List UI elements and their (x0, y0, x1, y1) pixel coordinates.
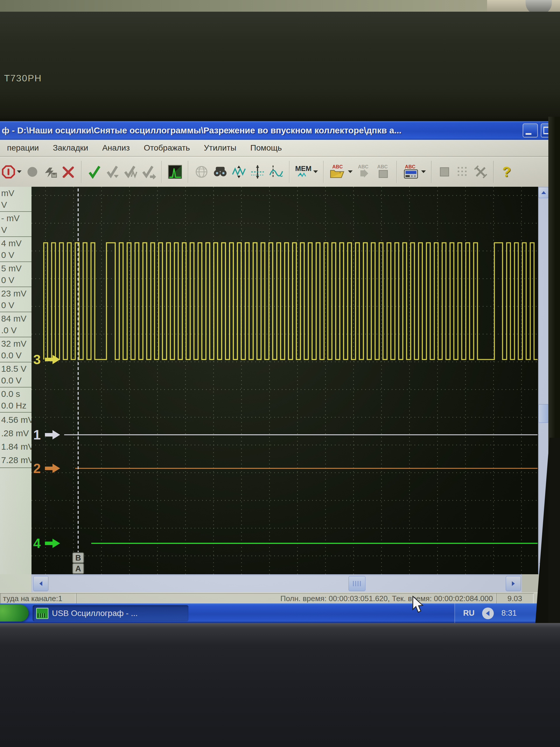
minimize-button[interactable] (523, 123, 538, 137)
system-tray: RU 8:31 (454, 603, 548, 623)
search-button[interactable] (211, 159, 230, 184)
monitor-screen: ф - D:\Наши осцилки\Снятые осциллограммы… (0, 121, 548, 623)
measurement-group: mVV (0, 187, 31, 212)
measurement-value: 18.5 V (1, 363, 31, 375)
measurement-value: .0 V (1, 325, 31, 336)
svg-text:A: A (75, 564, 81, 573)
waveform-channel-3 (44, 243, 537, 360)
snapshot-save-button[interactable] (42, 159, 59, 184)
monitor-model-label: T730PH (4, 73, 42, 84)
measurement-value: 7.28 mV (1, 454, 31, 467)
language-indicator[interactable]: RU (463, 609, 475, 618)
grid-toggle-button[interactable] (454, 159, 472, 184)
menu-bookmarks[interactable]: Закладки (46, 143, 95, 153)
scroll-left-button[interactable] (33, 576, 48, 591)
close-panels-button[interactable] (472, 159, 490, 184)
dropdown-caret-icon (421, 171, 426, 173)
measurement-group: 4 mV0 V (0, 237, 31, 262)
svg-text:ABC: ABC (377, 164, 388, 169)
mem-label: MEM (295, 166, 312, 172)
green-check-icon (87, 164, 102, 179)
menu-utilities[interactable]: Утилиты (197, 143, 243, 153)
camera-save-icon (43, 165, 58, 179)
scroll-right-button[interactable] (506, 576, 521, 591)
channel-4-marker: 4 (33, 536, 41, 551)
measurement-group: 32 mV0.0 V (0, 337, 31, 362)
menu-analysis[interactable]: Анализ (95, 143, 137, 153)
measurement-value: 0 V (1, 274, 31, 286)
measurements-panel: mVV- mVV4 mV0 V5 mV0 V23 mV0 V84 mV.0 V3… (0, 187, 32, 574)
web-button[interactable] (192, 159, 211, 184)
wave-arrows-icon (231, 164, 246, 179)
abc-open-folder-icon: ABC (329, 164, 346, 180)
measurement-value: 0 V (1, 300, 31, 311)
panel-toggle-button[interactable] (435, 159, 454, 184)
check-options-button[interactable] (104, 159, 122, 184)
channel-2-arrow-icon (45, 464, 60, 473)
dropdown-caret-icon (17, 171, 22, 173)
measurement-value: 4 mV (1, 237, 31, 249)
menu-display[interactable]: Отображать (137, 143, 197, 153)
check-next-button[interactable] (140, 159, 158, 184)
toolbar-separator (161, 161, 162, 183)
toolbar-separator (289, 161, 290, 183)
status-time-info: Полн. время: 00:00:03:051.620, Тек. врем… (76, 593, 496, 604)
taskbar-clock: 8:31 (501, 609, 517, 618)
horizontal-scrollbar-row (0, 574, 548, 592)
wave-compare-button[interactable] (230, 159, 248, 184)
abc-panel-icon: ABC (402, 164, 420, 180)
check-wave-button[interactable] (122, 159, 140, 184)
measurement-value: 84 mV (1, 313, 31, 325)
stop-icon (2, 165, 15, 179)
main-area: mVV- mVV4 mV0 V5 mV0 V23 mV0 V84 mV.0 V3… (0, 187, 548, 574)
histogram-icon (167, 164, 183, 179)
maximize-button[interactable] (541, 123, 548, 137)
toolbar: MEM ABC ABC (0, 157, 548, 187)
monitor-bezel-top: T730PH (0, 12, 560, 122)
oscilloscope-display[interactable]: 3124BA (31, 187, 538, 574)
load-settings-button[interactable]: ABC (327, 159, 354, 184)
memory-button[interactable]: MEM (293, 159, 320, 184)
mem-wave-icon (297, 172, 310, 178)
menu-help[interactable]: Помощь (243, 143, 289, 153)
start-button[interactable] (0, 604, 29, 621)
horizontal-scroll-thumb[interactable] (349, 576, 366, 591)
panel-spacer (0, 574, 31, 592)
measure-wave-button[interactable] (267, 159, 286, 184)
oscilloscope-plot: 3124BA (31, 187, 538, 574)
toolbar-separator (323, 161, 324, 183)
mouse-cursor (412, 596, 425, 613)
vertical-scroll-thumb[interactable] (538, 404, 549, 423)
apply-settings-button[interactable]: ABC (354, 159, 374, 184)
taskbar-task-usb-oscillograph[interactable]: USB Осциллограф - ... (33, 605, 188, 621)
measurement-group: 0.0 s0.0 Hz (0, 387, 31, 413)
measure-vertical-button[interactable] (248, 159, 267, 184)
svg-text:ABC: ABC (332, 164, 343, 169)
scroll-up-button[interactable] (538, 187, 549, 198)
hide-icons-button[interactable] (482, 608, 494, 619)
measurement-group: 23 mV0 V (0, 287, 31, 312)
dropdown-caret-icon (348, 171, 353, 173)
toolbar-separator (188, 161, 189, 183)
apply-check-button[interactable] (85, 159, 104, 184)
menu-operations[interactable]: перации (0, 143, 46, 153)
svg-text:B: B (75, 553, 81, 562)
save-settings-button[interactable]: ABC (374, 159, 393, 184)
abc-run-icon-disabled: ABC (356, 164, 372, 180)
delete-button[interactable] (59, 159, 78, 184)
horizontal-scrollbar[interactable] (31, 574, 522, 592)
measurement-group: 84 mV.0 V (0, 312, 31, 337)
record-button[interactable] (23, 159, 42, 184)
histogram-button[interactable] (166, 159, 184, 184)
device-panel-button[interactable]: ABC (401, 159, 428, 184)
measure-icon (250, 164, 265, 179)
help-button[interactable]: ? (498, 159, 516, 184)
measurement-group: 18.5 V0.0 V (0, 362, 31, 387)
channel-1-marker: 1 (33, 427, 41, 442)
square-icon-disabled (437, 164, 452, 179)
toolbar-separator (396, 161, 397, 183)
binoculars-icon (213, 164, 228, 179)
stop-button[interactable] (0, 159, 23, 184)
channel-4-arrow-icon (45, 539, 60, 548)
measurement-value: 4.56 mV (1, 413, 31, 427)
